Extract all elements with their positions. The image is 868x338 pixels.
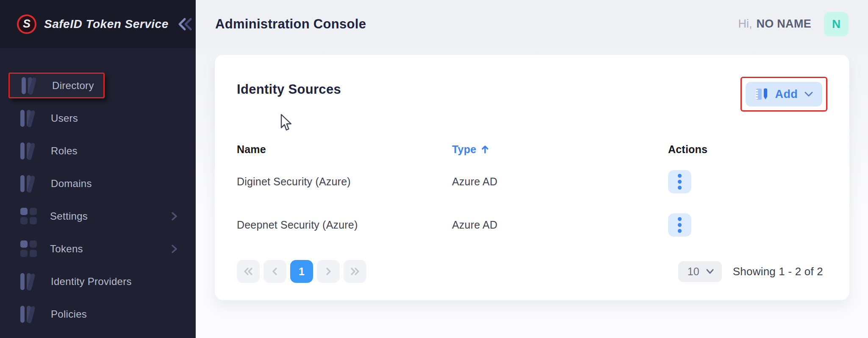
page-number-button[interactable]: 1 — [290, 260, 313, 283]
chevron-right-icon — [169, 243, 179, 254]
identity-sources-card: Identity Sources Add — [215, 55, 849, 300]
sidebar-item-label: Roles — [51, 145, 78, 157]
column-header-actions: Actions — [668, 143, 827, 156]
last-page-button[interactable] — [344, 260, 366, 283]
avatar[interactable]: N — [824, 12, 849, 36]
user-area: Hi, NO NAME N — [738, 12, 849, 36]
sidebar-item-label: Settings — [50, 210, 88, 222]
sidebar-item-policies[interactable]: Policies — [0, 298, 196, 330]
sidebar-item-domains[interactable]: Domains — [0, 167, 196, 200]
sidebar-item-label: Domains — [51, 178, 92, 190]
row-actions-menu-button[interactable] — [668, 213, 691, 237]
page-title: Administration Console — [215, 17, 366, 32]
greeting-prefix: Hi, — [738, 17, 752, 31]
sidebar-item-roles[interactable]: Roles — [0, 134, 196, 167]
column-header-type-label: Type — [452, 143, 476, 156]
add-button-annotation-box: Add — [740, 77, 827, 112]
pager: 1 — [237, 260, 366, 283]
library-icon — [20, 109, 38, 128]
table-row: Deepnet Security (Azure) Azure AD — [237, 203, 827, 246]
brand-logo-icon: S — [17, 14, 36, 34]
sidebar-item-label: Users — [51, 112, 78, 124]
library-icon — [20, 142, 38, 160]
page-size-select[interactable]: 10 — [678, 261, 722, 282]
library-icon — [22, 76, 39, 95]
pagination-summary: Showing 1 - 2 of 2 — [733, 265, 823, 278]
row-actions-menu-button[interactable] — [668, 170, 691, 193]
sidebar-item-label: Policies — [51, 308, 87, 320]
chevron-down-icon — [705, 268, 715, 275]
column-header-name: Name — [237, 143, 452, 156]
kebab-icon — [678, 217, 682, 221]
row-name: Diginet Security (Azure) — [237, 176, 452, 188]
first-page-button[interactable] — [237, 260, 260, 283]
sidebar-item-identity-providers[interactable]: Identity Providers — [0, 265, 196, 298]
row-name: Deepnet Security (Azure) — [237, 219, 452, 231]
page-size-value: 10 — [688, 265, 699, 278]
table-header-row: Name Type Actions — [237, 139, 827, 160]
chevron-down-icon — [804, 90, 814, 98]
column-header-type[interactable]: Type — [452, 143, 668, 156]
add-button-label: Add — [775, 88, 798, 101]
collapse-sidebar-icon[interactable] — [177, 17, 194, 31]
card-title: Identity Sources — [237, 82, 341, 97]
brand-bar: S SafeID Token Service — [0, 0, 196, 48]
sidebar-item-label: Tokens — [50, 243, 83, 255]
card-header: Identity Sources Add — [237, 77, 827, 111]
sort-ascending-icon — [481, 145, 489, 154]
library-icon — [20, 174, 38, 193]
user-name: NO NAME — [756, 17, 811, 31]
grid-icon — [20, 240, 37, 257]
sidebar-nav: Directory Users Roles Domains Settings T… — [0, 48, 196, 330]
main-content: Identity Sources Add — [196, 48, 868, 338]
kebab-icon — [678, 174, 682, 178]
sidebar-item-label: Identity Providers — [51, 276, 132, 288]
library-icon — [20, 305, 38, 324]
top-bar: Administration Console Hi, NO NAME N — [196, 0, 868, 48]
next-page-button[interactable] — [317, 260, 340, 283]
add-button[interactable]: Add — [746, 82, 822, 106]
sidebar-item-directory[interactable]: Directory — [8, 73, 105, 98]
row-type: Azure AD — [452, 219, 668, 231]
sidebar-item-users[interactable]: Users — [0, 102, 196, 134]
sidebar-item-settings[interactable]: Settings — [0, 200, 196, 232]
pagination-bar: 1 10 Showing 1 - 2 of 2 — [237, 260, 827, 283]
library-icon — [20, 272, 38, 291]
table-row: Diginet Security (Azure) Azure AD — [237, 160, 827, 203]
sidebar: S SafeID Token Service Directory Users R… — [0, 0, 196, 338]
row-type: Azure AD — [452, 176, 668, 188]
sidebar-item-tokens[interactable]: Tokens — [0, 232, 196, 265]
grid-icon — [20, 208, 37, 225]
previous-page-button[interactable] — [263, 260, 286, 283]
sidebar-item-label: Directory — [52, 80, 94, 92]
brand-name: SafeID Token Service — [44, 17, 169, 31]
chevron-right-icon — [169, 211, 179, 222]
identity-source-icon — [754, 87, 769, 102]
